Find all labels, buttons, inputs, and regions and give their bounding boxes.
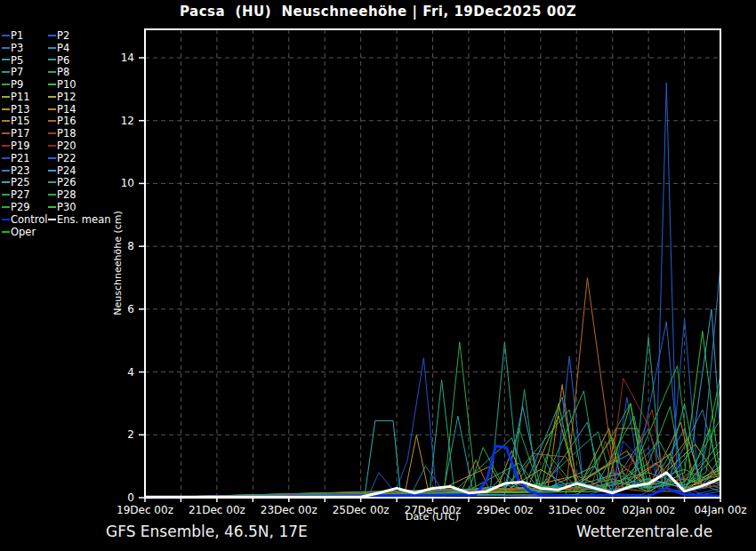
legend-item-p18: P18 bbox=[48, 127, 112, 140]
legend-item-p15: P15 bbox=[2, 116, 48, 128]
legend-swatch bbox=[48, 71, 56, 73]
legend-item-p28: P28 bbox=[48, 188, 112, 201]
legend-swatch bbox=[48, 145, 56, 147]
legend-item-p16: P16 bbox=[48, 116, 112, 128]
legend-swatch bbox=[2, 84, 10, 85]
y-tick-label: 8 bbox=[127, 240, 134, 252]
legend-label: P15 bbox=[11, 115, 30, 127]
legend-label: P16 bbox=[57, 115, 76, 127]
legend-label: P1 bbox=[11, 29, 23, 42]
legend-swatch bbox=[48, 47, 56, 49]
footer-branding: Wetterzentrale.de bbox=[576, 523, 712, 540]
legend-label: P29 bbox=[11, 201, 30, 213]
legend-swatch bbox=[2, 47, 10, 49]
legend-item-p11: P11 bbox=[2, 91, 48, 103]
y-tick-label: 10 bbox=[121, 177, 134, 189]
legend-swatch bbox=[2, 181, 10, 183]
legend-swatch bbox=[2, 219, 10, 220]
footer-model-info: GFS Ensemble, 46.5N, 17E bbox=[106, 523, 308, 540]
legend-item-p14: P14 bbox=[48, 103, 112, 116]
legend-swatch bbox=[2, 96, 10, 98]
legend-item-p24: P24 bbox=[48, 164, 112, 177]
legend-swatch bbox=[2, 35, 10, 36]
legend-label: P20 bbox=[57, 140, 76, 152]
legend-item-p27: P27 bbox=[2, 188, 48, 201]
legend-label: P28 bbox=[57, 188, 76, 201]
legend-label: P26 bbox=[57, 176, 76, 188]
legend-item-p3: P3 bbox=[2, 42, 48, 54]
legend-item-p13: P13 bbox=[2, 103, 48, 116]
legend-swatch bbox=[48, 35, 56, 36]
legend: P1P2P3P4P5P6P7P8P9P10P11P12P13P14P15P16P… bbox=[2, 29, 112, 238]
legend-label: P2 bbox=[57, 29, 69, 42]
legend-item-ens-mean: Ens. mean bbox=[48, 213, 112, 226]
gridlines bbox=[145, 29, 720, 498]
legend-label: P21 bbox=[11, 152, 30, 164]
legend-label: P17 bbox=[11, 127, 30, 140]
legend-item-p4: P4 bbox=[48, 42, 112, 54]
legend-label: P12 bbox=[57, 91, 76, 103]
legend-swatch bbox=[2, 71, 10, 73]
legend-item-p26: P26 bbox=[48, 177, 112, 189]
legend-label: P5 bbox=[11, 54, 23, 67]
legend-swatch bbox=[48, 181, 56, 183]
legend-item-p1: P1 bbox=[2, 29, 48, 42]
x-axis-label: Date (UTC) bbox=[0, 511, 756, 523]
legend-item-p25: P25 bbox=[2, 177, 48, 189]
chart-title: Pacsa (HU) Neuschneehöhe | Fri, 19Dec202… bbox=[0, 4, 756, 20]
y-tick-label: 12 bbox=[121, 115, 134, 127]
legend-label: Ens. mean bbox=[57, 213, 110, 226]
legend-swatch bbox=[48, 84, 56, 85]
legend-label: P24 bbox=[57, 164, 76, 177]
legend-swatch bbox=[2, 206, 10, 208]
legend-label: P6 bbox=[57, 54, 69, 67]
legend-swatch bbox=[48, 108, 56, 110]
legend-item-p7: P7 bbox=[2, 66, 48, 78]
legend-swatch bbox=[2, 120, 10, 122]
legend-label: P11 bbox=[11, 91, 30, 103]
legend-swatch bbox=[2, 132, 10, 134]
legend-item-p29: P29 bbox=[2, 201, 48, 213]
legend-label: Control bbox=[11, 213, 48, 226]
legend-label: P25 bbox=[11, 176, 30, 188]
legend-label: P14 bbox=[57, 103, 76, 116]
legend-swatch bbox=[48, 170, 56, 172]
legend-item-p30: P30 bbox=[48, 201, 112, 213]
legend-label: P9 bbox=[11, 78, 23, 91]
legend-label: P3 bbox=[11, 42, 23, 54]
legend-swatch bbox=[2, 157, 10, 159]
legend-label: P22 bbox=[57, 152, 76, 164]
legend-swatch bbox=[48, 132, 56, 134]
legend-swatch bbox=[48, 120, 56, 122]
legend-swatch bbox=[2, 194, 10, 196]
legend-swatch bbox=[48, 206, 56, 208]
legend-item-p6: P6 bbox=[48, 54, 112, 67]
legend-label: P23 bbox=[11, 164, 30, 177]
legend-swatch bbox=[48, 59, 56, 60]
legend-label: P19 bbox=[11, 140, 30, 152]
y-tick-label: 14 bbox=[121, 52, 134, 64]
legend-item-p9: P9 bbox=[2, 78, 48, 91]
legend-item-p20: P20 bbox=[48, 140, 112, 152]
legend-item-p2: P2 bbox=[48, 29, 112, 42]
legend-item-p22: P22 bbox=[48, 152, 112, 164]
legend-label: P10 bbox=[57, 78, 76, 91]
legend-item-p17: P17 bbox=[2, 127, 48, 140]
legend-label: P4 bbox=[57, 42, 69, 54]
legend-item-p5: P5 bbox=[2, 54, 48, 67]
legend-label: P30 bbox=[57, 201, 76, 213]
ensemble-plume-page: Pacsa (HU) Neuschneehöhe | Fri, 19Dec202… bbox=[0, 0, 756, 551]
legend-swatch bbox=[48, 219, 56, 220]
legend-item-p12: P12 bbox=[48, 91, 112, 103]
legend-label: P27 bbox=[11, 188, 30, 201]
legend-swatch bbox=[2, 231, 10, 233]
legend-label: P7 bbox=[11, 66, 23, 78]
legend-swatch bbox=[48, 194, 56, 196]
legend-item-p8: P8 bbox=[48, 66, 112, 78]
y-tick-label: 0 bbox=[127, 491, 134, 504]
legend-item-control: Control bbox=[2, 213, 48, 226]
legend-swatch bbox=[48, 157, 56, 159]
legend-item-oper: Oper bbox=[2, 226, 48, 238]
legend-item-p10: P10 bbox=[48, 78, 112, 91]
legend-swatch bbox=[48, 96, 56, 98]
